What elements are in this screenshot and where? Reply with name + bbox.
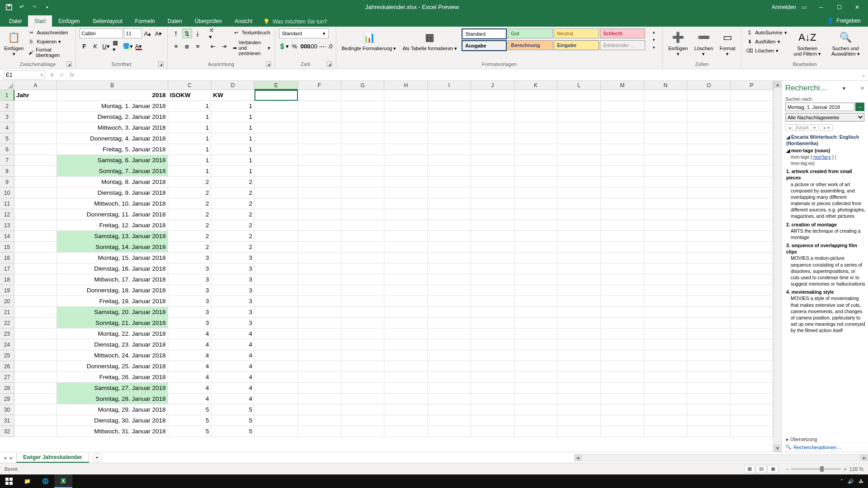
sheet-nav-first[interactable]: ◂ — [4, 455, 6, 461]
cell[interactable] — [687, 209, 731, 220]
cell[interactable] — [731, 242, 773, 253]
zoom-slider[interactable] — [791, 468, 841, 470]
cell[interactable] — [14, 198, 57, 209]
row-header[interactable]: 11 — [0, 198, 14, 209]
cell[interactable] — [428, 361, 471, 372]
cell[interactable] — [298, 372, 341, 383]
column-header-P[interactable]: P — [731, 81, 773, 90]
share-button[interactable]: 👤 Freigeben — [820, 15, 868, 27]
percent-button[interactable]: % — [290, 41, 300, 51]
row-header[interactable]: 27 — [0, 372, 14, 383]
cell[interactable] — [14, 339, 57, 350]
cell[interactable] — [514, 166, 558, 177]
cell[interactable] — [384, 90, 428, 101]
cell[interactable] — [255, 166, 298, 177]
cell[interactable] — [731, 253, 773, 263]
cell[interactable] — [514, 242, 558, 253]
cell[interactable] — [687, 318, 731, 328]
cell[interactable] — [471, 144, 514, 155]
cell[interactable]: 3 — [211, 274, 255, 285]
cell[interactable] — [471, 188, 514, 198]
cell[interactable] — [514, 122, 558, 133]
cell[interactable] — [514, 285, 558, 296]
cell[interactable]: 3 — [168, 253, 212, 263]
qat-customize-icon[interactable]: ▾ — [42, 2, 52, 13]
cell[interactable] — [514, 296, 558, 307]
cell[interactable] — [428, 415, 471, 426]
scroll-left-icon[interactable]: ◂ — [574, 454, 581, 461]
cell[interactable] — [687, 90, 731, 101]
cell[interactable] — [731, 426, 773, 437]
align-launcher[interactable]: ◢ — [266, 61, 271, 67]
copy-button[interactable]: ⎘Kopieren ▾ — [27, 38, 71, 46]
column-header-H[interactable]: H — [384, 81, 428, 90]
network-icon[interactable]: 🖧 — [859, 479, 863, 484]
cell[interactable] — [384, 122, 428, 133]
cell[interactable] — [384, 253, 428, 263]
cell[interactable]: 3 — [168, 263, 212, 274]
cell[interactable] — [601, 101, 644, 112]
cell[interactable] — [731, 394, 773, 404]
cell[interactable] — [687, 231, 731, 242]
cell[interactable] — [341, 328, 385, 339]
format-painter-button[interactable]: 🖌Format übertragen — [27, 47, 71, 58]
cell[interactable] — [428, 350, 471, 361]
cell[interactable] — [644, 372, 688, 383]
cell[interactable] — [384, 263, 428, 274]
row-header[interactable]: 10 — [0, 188, 14, 198]
cell[interactable] — [14, 328, 57, 339]
cell[interactable] — [471, 383, 514, 394]
cell[interactable] — [298, 144, 341, 155]
tab-daten[interactable]: Daten — [161, 15, 189, 27]
cell[interactable] — [384, 188, 428, 198]
cell[interactable] — [341, 318, 385, 328]
cell[interactable]: 5 — [211, 426, 255, 437]
cell[interactable] — [687, 155, 731, 166]
cell[interactable] — [601, 220, 644, 231]
cell[interactable]: 5 — [168, 415, 212, 426]
cell[interactable] — [384, 285, 428, 296]
cell[interactable] — [298, 426, 341, 437]
cell[interactable] — [341, 361, 385, 372]
cell[interactable]: 3 — [211, 253, 255, 263]
tab-ueberpruefen[interactable]: Überprüfen — [189, 15, 228, 27]
file-explorer-icon[interactable]: 📁 — [18, 474, 36, 488]
cell[interactable] — [731, 101, 773, 112]
cell[interactable]: Montag, 29. Januar 2018 — [57, 404, 168, 415]
cell[interactable] — [557, 242, 601, 253]
cell[interactable]: 4 — [168, 328, 212, 339]
cell[interactable] — [644, 242, 688, 253]
cell[interactable] — [255, 101, 298, 112]
cell[interactable] — [514, 274, 558, 285]
cell[interactable]: Montag, 22. Januar 2018 — [57, 328, 168, 339]
cell[interactable] — [298, 133, 341, 144]
tell-me-search[interactable]: 💡 Was möchten Sie tun? — [259, 17, 331, 27]
cell[interactable] — [644, 112, 688, 122]
cell[interactable]: 3 — [211, 307, 255, 318]
cell[interactable] — [601, 263, 644, 274]
cell[interactable] — [471, 242, 514, 253]
cell[interactable] — [384, 350, 428, 361]
cell[interactable] — [731, 166, 773, 177]
format-as-table-button[interactable]: ▦ Als Tabelle formatieren ▾ — [401, 28, 459, 52]
cell[interactable]: 4 — [211, 372, 255, 383]
cell[interactable] — [428, 220, 471, 231]
cell[interactable] — [471, 198, 514, 209]
cell[interactable] — [341, 101, 385, 112]
cell[interactable] — [428, 263, 471, 274]
tab-formeln[interactable]: Formeln — [129, 15, 161, 27]
cell[interactable] — [731, 155, 773, 166]
cell[interactable]: 3 — [168, 274, 212, 285]
cell[interactable] — [601, 133, 644, 144]
cell[interactable] — [557, 198, 601, 209]
cell[interactable] — [14, 285, 57, 296]
cell[interactable] — [731, 90, 773, 101]
scroll-down-icon[interactable]: ▾ — [774, 445, 781, 452]
cell[interactable] — [341, 209, 385, 220]
research-dropdown-icon[interactable]: ▾ — [843, 85, 845, 91]
cell[interactable]: 2 — [211, 188, 255, 198]
cell[interactable] — [557, 350, 601, 361]
ribbon-display-options-icon[interactable]: ▭ — [802, 4, 807, 10]
cell[interactable] — [341, 133, 385, 144]
cell[interactable] — [644, 404, 688, 415]
